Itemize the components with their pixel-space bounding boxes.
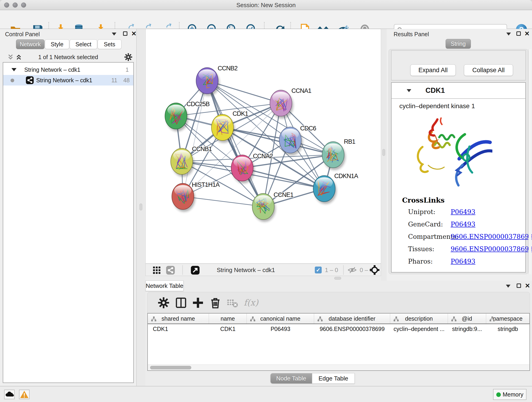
panel-float-icon[interactable] (517, 283, 521, 288)
expand-all-button[interactable]: Expand All (410, 64, 456, 76)
gear-icon[interactable] (124, 53, 133, 61)
protein-name: CDK1 (425, 86, 445, 95)
memory-button[interactable]: Memory (493, 389, 526, 400)
network-view-canvas[interactable]: CCNB2CCNA1CDC25BCDK1CDC6RB1CCNB1CCNA2CDK… (146, 29, 381, 264)
table-cell[interactable]: 9606.ENSP00000378699 (314, 324, 390, 334)
table-cell[interactable]: cyclin–dependent ... (390, 324, 448, 334)
column-header-canonical-name[interactable]: canonical name (247, 313, 314, 324)
table-panel: Table Panel ✕ f(x) shared namenamecanoni… (146, 281, 532, 386)
column-header-label: @id (462, 315, 472, 322)
table-horizontal-scrollbar[interactable] (148, 364, 530, 370)
tab-network-table[interactable]: Network Table (146, 281, 184, 291)
tab-style[interactable]: Style (45, 39, 69, 49)
node-gloss (255, 195, 272, 206)
crosslink-label: Uniprot: (408, 208, 435, 216)
divider-right-handle[interactable] (382, 149, 385, 156)
crosslink-link[interactable]: P06493 (451, 258, 475, 265)
cloud-icon (5, 390, 14, 399)
panel-close-icon[interactable]: ✕ (525, 283, 530, 288)
node-label-CDKN1A: CDKN1A (334, 172, 358, 179)
collapse-all-button[interactable]: Collapse All (464, 64, 513, 76)
column-header-name[interactable]: name (209, 313, 247, 324)
crosslink-label: Pharos: (408, 258, 433, 265)
memory-status-icon (496, 392, 501, 397)
node-gloss (174, 185, 191, 196)
panel-close-icon[interactable]: ✕ (131, 32, 137, 36)
show-columns-icon[interactable] (175, 296, 187, 309)
birds-eye-icon[interactable] (370, 265, 380, 275)
node-label-CDC25B: CDC25B (186, 101, 210, 108)
panel-menu-icon[interactable] (506, 32, 511, 36)
column-header-database-identifier[interactable]: database identifier (314, 313, 390, 324)
tab-string[interactable]: String (446, 39, 471, 49)
add-column-icon[interactable] (191, 296, 204, 309)
column-namespace-icon (489, 316, 495, 322)
table-row[interactable]: CDK1CDK1P064939606.ENSP00000378699cyclin… (148, 324, 530, 334)
node-label-RB1: RB1 (344, 138, 355, 145)
function-builder-icon: f(x) (244, 296, 264, 309)
node-label-CDK1: CDK1 (233, 110, 248, 117)
column-header-description[interactable]: description (390, 313, 448, 324)
table-cell[interactable]: stringdb:9... (448, 324, 486, 334)
column-namespace-icon (317, 316, 323, 322)
node-label-CCNB2: CCNB2 (218, 65, 238, 72)
network-share-icon (26, 76, 34, 84)
network-svg: CCNB2CCNA1CDC25BCDK1CDC6RB1CCNB1CCNA2CDK… (146, 29, 381, 263)
protein-card-header[interactable]: CDK1 (392, 83, 525, 99)
delete-column-icon[interactable] (209, 296, 222, 309)
column-header-namespace[interactable]: namespace (486, 313, 530, 324)
crosslink-link[interactable]: P06493 (451, 220, 475, 228)
crosslink-link[interactable]: 9606.ENSP00000378699 (451, 245, 532, 253)
window-title: Session: New Session (0, 2, 532, 9)
network-collection-row[interactable]: String Network – cdk1 1 (3, 64, 133, 75)
network-share-gray-icon[interactable] (166, 266, 175, 275)
crosslinks-title: CrossLinks (402, 196, 444, 204)
open-view-icon[interactable] (191, 266, 200, 275)
tab-network[interactable]: Network (16, 39, 44, 49)
network-edge-CCNB2-HIST1H1A[interactable] (183, 81, 207, 196)
table-cell[interactable]: stringdb (486, 324, 530, 334)
network-selection-status: 1 of 1 Network selected (0, 54, 136, 61)
crosslink-row: GeneCard:P06493 (392, 220, 525, 230)
cloud-button[interactable] (4, 390, 15, 399)
results-panel-title: Results Panel (394, 31, 429, 38)
tab-select[interactable]: Select (70, 39, 97, 49)
scrollbar-thumb[interactable] (150, 366, 191, 370)
warning-icon (19, 390, 29, 399)
panel-close-icon[interactable]: ✕ (525, 32, 530, 36)
warning-button[interactable] (19, 390, 30, 399)
collapse-section-icon[interactable] (407, 89, 411, 92)
table-cell[interactable]: CDK1 (148, 324, 209, 334)
gear-icon[interactable] (157, 296, 170, 309)
crosslink-row: Tissues:9606.ENSP00000378699 (392, 245, 525, 254)
grid-view-icon[interactable] (152, 266, 161, 274)
column-header-label: database identifier (329, 315, 375, 322)
network-node-count: 11 (111, 77, 117, 84)
tree-expand-icon[interactable] (12, 68, 17, 71)
divider-bottom-handle[interactable] (334, 277, 341, 280)
tab-sets[interactable]: Sets (98, 39, 121, 49)
column-header-label: description (405, 315, 433, 322)
table-cell[interactable]: P06493 (247, 324, 314, 334)
panel-float-icon[interactable] (123, 32, 127, 36)
panel-float-icon[interactable] (516, 32, 521, 36)
crosslink-row: Compartments:9606.ENSP00000378699 (392, 233, 525, 242)
network-selection-bar: 1 of 1 Network selected (0, 52, 136, 62)
crosslink-link[interactable]: P06493 (451, 208, 475, 216)
node-label-CCNE1: CCNE1 (273, 191, 293, 198)
node-label-CDC6: CDC6 (300, 125, 316, 132)
results-scrollbar[interactable] (528, 49, 532, 274)
selected-checkbox-icon[interactable]: ✓ (315, 267, 322, 274)
divider-left-handle[interactable] (139, 204, 142, 211)
table-toolbar: f(x) (147, 292, 530, 313)
column-header-shared-name[interactable]: shared name (148, 313, 209, 324)
hidden-eye-icon (347, 267, 357, 274)
panel-menu-icon[interactable] (506, 285, 510, 288)
column-header--id[interactable]: @id (448, 313, 486, 324)
table-cell[interactable]: CDK1 (209, 324, 247, 334)
tab-edge-table[interactable]: Edge Table (312, 373, 355, 384)
panel-menu-icon[interactable] (112, 32, 116, 36)
tab-node-table[interactable]: Node Table (270, 373, 312, 384)
crosslink-link[interactable]: 9606.ENSP00000378699 (451, 233, 532, 240)
network-row-selected[interactable]: String Network – cdk1 11 48 (3, 75, 133, 85)
